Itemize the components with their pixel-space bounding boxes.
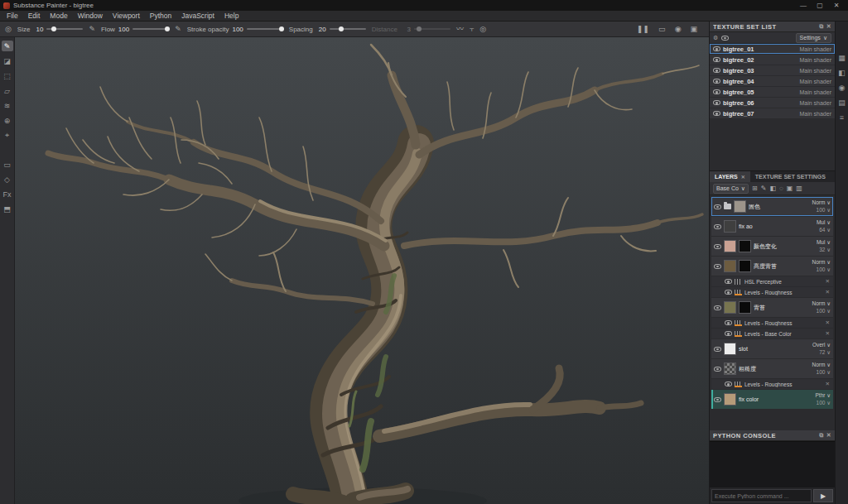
layer-thumbnail[interactable] xyxy=(724,301,736,314)
layer-row[interactable]: 青苔 Norm ∨ 100 ∨ xyxy=(711,298,833,317)
add-paint-layer-icon[interactable]: ✎ xyxy=(761,185,767,192)
symmetry-icon[interactable]: ⫟ xyxy=(470,26,474,33)
layer-row[interactable]: 固色 Norm ∨ 100 ∨ xyxy=(711,197,833,216)
spacing-knob[interactable] xyxy=(339,26,344,31)
layer-thumbnail[interactable] xyxy=(724,260,736,272)
menu-javascript[interactable]: JavaScript xyxy=(176,12,219,20)
eye-icon[interactable] xyxy=(713,111,720,116)
assets-dock-icon[interactable]: ▦ xyxy=(838,55,846,62)
layer-visibility-toggle[interactable] xyxy=(714,347,721,352)
shelf-dock-icon[interactable]: ◧ xyxy=(838,70,846,77)
run-python-button[interactable]: ▶ xyxy=(813,489,833,502)
size-value[interactable]: 10 xyxy=(33,26,43,33)
flow-value[interactable]: 100 xyxy=(118,26,129,33)
layer-visibility-toggle[interactable] xyxy=(714,244,721,249)
minimize-button[interactable]: — xyxy=(795,0,812,11)
layer-visibility-toggle[interactable] xyxy=(714,305,721,310)
spacing-slider[interactable] xyxy=(330,28,366,30)
layer-row[interactable]: slot Overl ∨ 72 ∨ xyxy=(711,339,833,358)
stencil-icon[interactable]: ✎ xyxy=(175,26,181,33)
effect-visibility-toggle[interactable] xyxy=(725,320,732,325)
effect-visibility-toggle[interactable] xyxy=(725,382,732,386)
visibility-all-icon[interactable] xyxy=(721,36,729,41)
settings-dropdown[interactable]: Settings ∨ xyxy=(796,33,831,43)
add-group-icon[interactable]: ▣ xyxy=(787,185,793,192)
layer-row[interactable]: fix ao Mul ∨ 64 ∨ xyxy=(711,217,833,236)
remove-effect-icon[interactable]: ✕ xyxy=(826,278,830,285)
layer-mode-opacity[interactable]: Mul ∨ 32 ∨ xyxy=(809,239,831,252)
menu-file[interactable]: File xyxy=(2,12,23,20)
effects-tool[interactable]: Fx xyxy=(2,189,13,199)
effect-visibility-toggle[interactable] xyxy=(725,331,732,336)
eye-icon[interactable] xyxy=(713,57,720,62)
effect-visibility-toggle[interactable] xyxy=(725,290,732,295)
falloff-icon[interactable]: ◎ xyxy=(479,26,486,33)
camera-icon[interactable]: ◉ xyxy=(675,26,682,33)
texture-set-row[interactable]: bigtree_02 Main shader xyxy=(710,55,835,65)
maximize-button[interactable]: ▢ xyxy=(812,0,828,11)
layer-effect-row[interactable]: Levels - Base Color ✕ xyxy=(711,329,833,338)
remove-effect-icon[interactable]: ✕ xyxy=(826,319,830,326)
layer-visibility-toggle[interactable] xyxy=(714,264,721,269)
effect-visibility-toggle[interactable] xyxy=(725,279,732,284)
layer-row[interactable]: 高度青苔 Norm ∨ 100 ∨ xyxy=(711,257,833,276)
menu-window[interactable]: Window xyxy=(73,12,108,20)
python-command-input[interactable] xyxy=(711,489,812,502)
eye-icon[interactable] xyxy=(713,100,720,105)
layer-mask-thumbnail[interactable] xyxy=(739,301,751,314)
size-slider[interactable] xyxy=(46,28,83,30)
tab-layers[interactable]: LAYERS ✕ xyxy=(710,171,750,182)
tab-close-icon[interactable]: ✕ xyxy=(741,174,745,180)
eye-icon[interactable] xyxy=(713,79,720,84)
texture-set-row[interactable]: bigtree_06 Main shader xyxy=(710,98,835,108)
brush-icon[interactable]: ✎ xyxy=(89,26,95,33)
polygon-fill-tool[interactable]: ▱ xyxy=(2,85,13,96)
flow-knob[interactable] xyxy=(165,26,170,31)
flow-slider[interactable] xyxy=(132,28,169,30)
menu-edit[interactable]: Edit xyxy=(23,12,46,20)
texture-settings-dock-icon[interactable]: ▤ xyxy=(838,99,846,107)
layer-thumbnail[interactable] xyxy=(724,362,736,375)
close-panel-icon[interactable]: ✕ xyxy=(826,432,831,439)
menu-help[interactable]: Help xyxy=(219,12,243,20)
close-panel-icon[interactable]: ✕ xyxy=(826,23,831,30)
layer-thumbnail[interactable] xyxy=(724,220,736,233)
stroke-opacity-knob[interactable] xyxy=(279,26,284,31)
eye-icon[interactable] xyxy=(713,89,720,94)
layer-mode-opacity[interactable]: Norm ∨ 100 ∨ xyxy=(809,259,831,272)
remove-effect-icon[interactable]: ✕ xyxy=(826,381,830,387)
layer-effect-row[interactable]: Levels - Roughness ✕ xyxy=(711,318,833,328)
layer-row[interactable]: 颜色变化 Mul ∨ 32 ∨ xyxy=(711,237,833,256)
undock-icon[interactable]: ⧉ xyxy=(819,432,823,439)
remove-effect-icon[interactable]: ✕ xyxy=(826,289,830,295)
projection-tool[interactable]: ⬚ xyxy=(2,70,13,81)
layer-row[interactable]: 粗糙度 Norm ∨ 100 ∨ xyxy=(711,359,833,378)
eye-icon[interactable] xyxy=(713,46,720,51)
layer-visibility-toggle[interactable] xyxy=(714,224,721,229)
layer-visibility-toggle[interactable] xyxy=(714,367,721,372)
layer-thumbnail[interactable] xyxy=(724,240,736,252)
geometry-mask-tool[interactable]: ◇ xyxy=(2,174,13,185)
record-icon[interactable]: ▣ xyxy=(690,26,697,33)
layer-mode-opacity[interactable]: Overl ∨ 72 ∨ xyxy=(809,342,831,355)
texture-set-row[interactable]: bigtree_01 Main shader xyxy=(710,44,835,54)
material-picker-tool[interactable]: ⌖ xyxy=(2,130,13,141)
baking-tool[interactable]: ⬒ xyxy=(2,204,13,214)
layer-row[interactable]: fix color Pthr ∨ 100 ∨ xyxy=(711,390,833,409)
eye-icon[interactable] xyxy=(713,68,720,73)
texture-set-row[interactable]: bigtree_04 Main shader xyxy=(710,76,835,86)
texture-set-row[interactable]: bigtree_05 Main shader xyxy=(710,87,835,97)
quick-mask-tool[interactable]: ▭ xyxy=(2,159,13,170)
layer-mode-opacity[interactable]: Mul ∨ 64 ∨ xyxy=(809,219,831,233)
texture-set-row[interactable]: bigtree_07 Main shader xyxy=(710,108,835,118)
layer-thumbnail[interactable] xyxy=(734,200,746,213)
size-knob[interactable] xyxy=(51,26,56,31)
layer-mode-opacity[interactable]: Norm ∨ 100 ∨ xyxy=(809,199,831,213)
layer-effect-row[interactable]: HSL Perceptive ✕ xyxy=(711,276,833,286)
layer-mask-thumbnail[interactable] xyxy=(739,240,751,252)
stroke-opacity-slider[interactable] xyxy=(247,28,283,30)
filter-gear-icon[interactable]: ⚙ xyxy=(713,35,718,41)
menu-python[interactable]: Python xyxy=(145,12,176,20)
pause-engine-button[interactable]: ❚❚ xyxy=(637,26,649,33)
delete-layer-icon[interactable]: ▥ xyxy=(796,185,802,192)
